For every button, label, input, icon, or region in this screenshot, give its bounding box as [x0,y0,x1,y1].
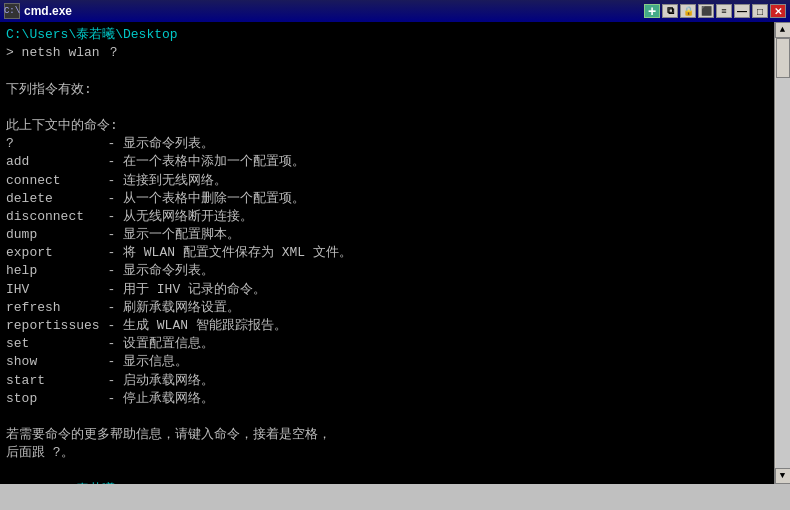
path-line-2: C:\Users\泰若曦\Desktop [6,481,768,484]
titlebar: C:\ cmd.exe + ⧉ 🔒 ⬛ ≡ — □ ✕ [0,0,790,22]
cmd-show: show - 显示信息。 [6,353,768,371]
cmd-help-q: ? - 显示命令列表。 [6,135,768,153]
main-area: C:\Users\泰若曦\Desktop > netsh wlan ？ 下列指令… [0,22,790,484]
new-window-button[interactable]: + [644,4,660,18]
valid-commands-label: 下列指令有效: [6,81,768,99]
cmd-delete: delete - 从一个表格中删除一个配置项。 [6,190,768,208]
blank-1 [6,62,768,80]
cmd-help: help - 显示命令列表。 [6,262,768,280]
cmd-refresh: refresh - 刷新承载网络设置。 [6,299,768,317]
cmd-ihv: IHV - 用于 IHV 记录的命令。 [6,281,768,299]
scroll-down-button[interactable]: ▼ [775,468,791,484]
lock-button[interactable]: 🔒 [680,4,696,18]
window-title: cmd.exe [24,4,644,18]
scroll-track[interactable] [776,38,790,468]
scroll-thumb[interactable] [776,38,790,78]
cmd-start: start - 启动承载网络。 [6,372,768,390]
help-text-1: 若需要命令的更多帮助信息，请键入命令，接着是空格， [6,426,768,444]
blank-4 [6,463,768,481]
maximize-button[interactable]: □ [752,4,768,18]
restore-button[interactable]: ⧉ [662,4,678,18]
cmd-disconnect: disconnect - 从无线网络断开连接。 [6,208,768,226]
window-controls: + ⧉ 🔒 ⬛ ≡ — □ ✕ [644,4,786,18]
split-button[interactable]: ⬛ [698,4,714,18]
blank-2 [6,99,768,117]
terminal[interactable]: C:\Users\泰若曦\Desktop > netsh wlan ？ 下列指令… [0,22,774,484]
cmd-set: set - 设置配置信息。 [6,335,768,353]
cmd-export: export - 将 WLAN 配置文件保存为 XML 文件。 [6,244,768,262]
path-line-1: C:\Users\泰若曦\Desktop [6,26,768,44]
scroll-up-button[interactable]: ▲ [775,22,791,38]
blank-3 [6,408,768,426]
cmd-add: add - 在一个表格中添加一个配置项。 [6,153,768,171]
cmd-reportissues: reportissues - 生成 WLAN 智能跟踪报告。 [6,317,768,335]
scrollbar-vertical[interactable]: ▲ ▼ [774,22,790,484]
app-icon: C:\ [4,3,20,19]
cmd-connect: connect - 连接到无线网络。 [6,172,768,190]
cmd-stop: stop - 停止承载网络。 [6,390,768,408]
command-line: > netsh wlan ？ [6,44,768,62]
cmd-dump: dump - 显示一个配置脚本。 [6,226,768,244]
help-text-2: 后面跟 ?。 [6,444,768,462]
list-button[interactable]: ≡ [716,4,732,18]
close-button[interactable]: ✕ [770,4,786,18]
context-label: 此上下文中的命令: [6,117,768,135]
minimize-button[interactable]: — [734,4,750,18]
